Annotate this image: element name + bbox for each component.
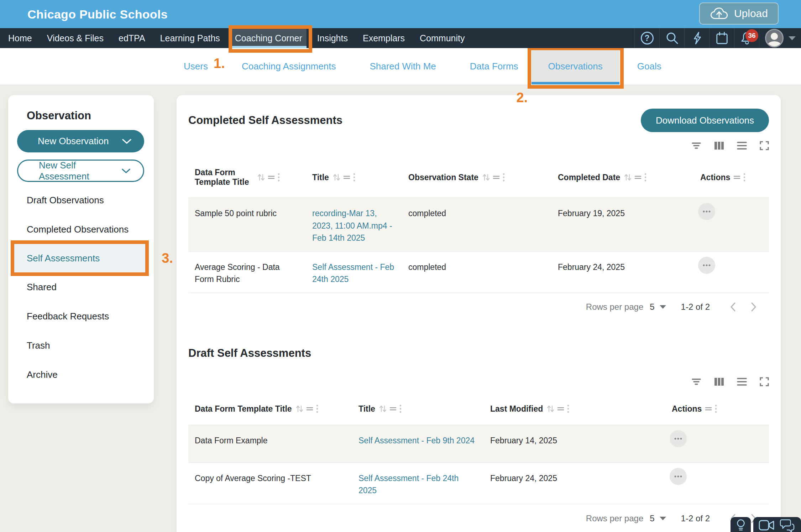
tab-goals[interactable]: Goals [637,48,661,84]
fullscreen-icon[interactable] [760,141,769,150]
column-header-data-form-template-title[interactable]: Data Form Template Title [188,168,306,187]
upload-button[interactable]: Upload [699,2,779,25]
calendar-button[interactable] [709,28,734,48]
observation-title-link[interactable]: recording-Mar 13, 2023, 11:00 AM.mp4 - F… [312,207,397,244]
tab-data-forms[interactable]: Data Forms [470,48,518,84]
equals-icon[interactable] [493,174,500,180]
column-header-title[interactable]: Title [306,173,402,182]
tips-widget-button[interactable] [731,517,751,532]
row-actions-button[interactable] [698,257,715,274]
sidebar-item-archive[interactable]: Archive [8,360,154,389]
sort-arrows-icon[interactable] [623,173,632,182]
tab-shared-with-me[interactable]: Shared With Me [370,48,436,84]
help-button[interactable] [634,28,659,48]
cell-title: recording-Mar 13, 2023, 11:00 AM.mp4 - F… [306,198,402,251]
sort-arrows-icon[interactable] [378,404,387,413]
row-actions-button[interactable] [698,203,715,220]
brand-title: Chicago Public Schools [27,7,168,21]
kebab-menu-icon[interactable] [567,404,570,413]
kebab-menu-icon[interactable] [502,173,505,182]
search-button[interactable] [659,28,684,48]
sort-arrows-icon[interactable] [482,173,490,182]
equals-icon[interactable] [634,174,642,180]
equals-icon[interactable] [389,406,397,412]
equals-icon[interactable] [705,406,712,412]
column-header-observation-state[interactable]: Observation State [402,173,551,182]
equals-icon[interactable] [343,174,350,180]
nav-item-coaching-corner[interactable]: Coaching Corner [231,28,307,48]
completed-grid-toolbar [188,139,769,153]
sidebar-item-self-assessments[interactable]: Self Assessments 3. [14,244,145,272]
column-header-icons [332,173,356,182]
column-header-title[interactable]: Title [352,404,484,414]
fullscreen-icon[interactable] [760,377,769,386]
columns-icon[interactable] [714,141,724,150]
nav-item-exemplars[interactable]: Exemplars [358,28,409,48]
sort-arrows-icon[interactable] [257,173,265,182]
equals-icon[interactable] [557,406,564,412]
ellipsis-icon [674,437,682,440]
equals-icon[interactable] [268,174,275,180]
tab-coaching-assignments[interactable]: Coaching Assignments [242,48,336,84]
filter-list-icon[interactable] [691,378,701,386]
column-header-last-modified[interactable]: Last Modified [484,404,665,414]
sidebar-item-label: Feedback Requests [27,311,109,322]
column-header-completed-date[interactable]: Completed Date [551,173,694,182]
download-observations-button[interactable]: Download Observations [641,109,769,132]
cell-observation-state: completed [402,252,551,293]
sidebar-item-completed-observations[interactable]: Completed Observations [8,215,154,244]
column-header-actions[interactable]: Actions [665,404,769,414]
previous-page-button[interactable] [730,302,736,312]
notifications-button[interactable]: 36 [734,28,759,48]
kebab-menu-icon[interactable] [743,173,746,182]
column-header-data-form-template-title[interactable]: Data Form Template Title [188,404,352,414]
kebab-menu-icon[interactable] [353,173,356,182]
sidebar-item-shared[interactable]: Shared [8,272,154,302]
filter-list-icon[interactable] [691,142,701,150]
column-header-icons [733,173,746,182]
draft-title-link[interactable]: Self Assessment - Feb 9th 2024 [358,436,475,445]
kebab-menu-icon[interactable] [644,173,647,182]
sort-arrows-icon[interactable] [295,404,304,413]
nav-item-insights[interactable]: Insights [313,28,352,48]
density-icon[interactable] [737,377,747,386]
new-self-assessment-button[interactable]: New Self Assessment [17,160,144,182]
magnifier-icon [665,31,679,45]
nav-item-videos-files[interactable]: Videos & Files [43,28,108,48]
column-header-actions[interactable]: Actions [694,173,769,182]
quick-actions-button[interactable] [684,28,709,48]
draft-title-link[interactable]: Self Assessment - Feb 24th 2025 [358,474,459,495]
row-actions-button[interactable] [670,430,687,447]
sidebar-item-draft-observations[interactable]: Draft Observations [8,186,154,215]
kebab-menu-icon[interactable] [714,404,717,413]
notification-badge: 36 [745,29,758,42]
page-size-select[interactable]: 5 [650,513,666,523]
page-size-select[interactable]: 5 [650,302,666,312]
nav-item-community[interactable]: Community [415,28,469,48]
cell-actions [694,198,769,251]
equals-icon[interactable] [306,406,313,412]
kebab-menu-icon[interactable] [277,173,280,182]
sidebar-item-trash[interactable]: Trash [8,331,154,360]
observation-title-link[interactable]: Self Assessment - Feb 24th 2025 [312,261,397,286]
equals-icon[interactable] [733,174,740,180]
nav-label: Insights [317,33,348,43]
sidebar-item-feedback-requests[interactable]: Feedback Requests [8,302,154,331]
sort-arrows-icon[interactable] [332,173,341,182]
nav-item-learning-paths[interactable]: Learning Paths [156,28,224,48]
next-page-button[interactable] [750,302,757,312]
nav-item-home[interactable]: Home [4,28,36,48]
row-actions-button[interactable] [670,468,687,485]
kebab-menu-icon[interactable] [316,404,319,413]
account-menu[interactable] [759,28,801,48]
video-chat-widget-button[interactable] [753,517,801,532]
tab-observations[interactable]: Observations 2. [532,48,619,84]
nav-item-edtpa[interactable]: edTPA [114,28,150,48]
column-header-icons [705,404,717,413]
sort-arrows-icon[interactable] [546,404,555,413]
tab-users[interactable]: Users [184,48,208,84]
new-observation-button[interactable]: New Observation [17,130,144,152]
kebab-menu-icon[interactable] [399,404,402,413]
density-icon[interactable] [737,141,747,150]
columns-icon[interactable] [714,377,724,386]
